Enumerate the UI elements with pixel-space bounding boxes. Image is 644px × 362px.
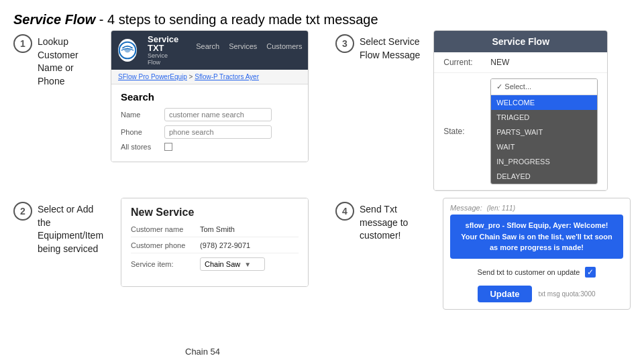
step2-phone-value: (978) 272-9071 [200, 241, 250, 249]
step4-update-row: Update txt msg quota:3000 [443, 283, 630, 309]
step2-custname-label: Customer name [131, 225, 195, 233]
step1-allstores-row: All stores [121, 143, 299, 151]
step3-item-delayed[interactable]: DELAYED [491, 169, 597, 184]
step4-screenshot: Message: (len: 111) sflow_pro - Sflow Eq… [443, 198, 631, 310]
page-title: Service Flow - 4 steps to sending a read… [0, 0, 644, 34]
breadcrumb-tractors[interactable]: Sflow-P Tractors Ayer [195, 73, 259, 80]
step1-nav-links: Search Services Customers lead.sflow-pro… [196, 42, 309, 58]
nav-customers[interactable]: Customers [266, 42, 302, 58]
step1-brand: Service TXT [148, 35, 178, 52]
step-1-screenshot: Service TXT Service Flow Search Services… [111, 30, 309, 162]
step1-name-row: Name [121, 108, 299, 121]
step4-quota: txt msg quota:3000 [539, 290, 596, 298]
step4-msg-label: Message: (len: 111) [443, 198, 630, 215]
step1-body: Search Name Phone All stores [111, 84, 308, 162]
nav-search[interactable]: Search [196, 42, 219, 58]
step-3-circle: 3 [335, 34, 354, 53]
step4-send-row: Send txt to customer on update ✓ [443, 264, 630, 283]
step-3-area: 3 Select Service Flow Message Service Fl… [335, 34, 631, 191]
step1-phone-row: Phone [121, 125, 299, 139]
step-1-circle: 1 [13, 34, 32, 53]
breadcrumb-powerequip[interactable]: SFlow Pro PowerEquip [118, 73, 187, 80]
step-1-label: Lookup Customer Name or Phone [38, 34, 97, 88]
step4-send-checkbox[interactable]: ✓ [585, 267, 596, 278]
step3-item-in-progress[interactable]: IN_PROGRESS [491, 154, 597, 169]
step-2-label: Select or Add the Equipment/Item being s… [38, 202, 107, 255]
title-rest: - 4 steps to sending a ready made txt me… [95, 12, 378, 27]
step2-phone-label: Customer phone [131, 241, 195, 249]
step2-custname-row: Customer name Tom Smith [131, 225, 299, 237]
step1-breadcrumb: SFlow Pro PowerEquip > Sflow-P Tractors … [111, 70, 308, 84]
step3-item-triaged[interactable]: TRIAGED [491, 110, 597, 125]
step4-update-button[interactable]: Update [478, 286, 531, 302]
step1-logo [118, 39, 137, 62]
step2-service-value: Chain Saw [205, 260, 240, 268]
step2-service-label: Service item: [131, 260, 195, 268]
step1-allstores-checkbox[interactable] [164, 143, 172, 151]
step-2-area: 2 Select or Add the Equipment/Item being… [13, 202, 309, 310]
step1-name-label: Name [121, 111, 158, 119]
step3-select-text: ✓ Select... [496, 82, 531, 91]
step4-msg-len: (len: 111) [487, 204, 515, 212]
step3-state-row: State: ✓ Select... WELCOME TRIAGED PARTS… [434, 73, 607, 190]
step4-send-label: Send txt to customer on update [478, 268, 580, 276]
step3-current-row: Current: NEW [434, 52, 607, 73]
step-4-label: Send Txt message to customer! [360, 202, 429, 243]
step2-service-row: Service item: Chain Saw ▼ [131, 257, 299, 274]
step2-chevron-down-icon: ▼ [244, 261, 251, 268]
step-4-circle: 4 [335, 202, 354, 221]
step2-service-select[interactable]: Chain Saw ▼ [200, 257, 265, 271]
chain-text: Chain 54 [185, 347, 220, 357]
step3-current-label: Current: [443, 58, 484, 67]
step3-state-label: State: [443, 127, 484, 136]
step-4-area: 4 Send Txt message to customer! Message:… [335, 202, 631, 310]
step3-item-welcome[interactable]: WELCOME [491, 95, 597, 110]
step1-brand-sub: Service Flow [148, 52, 178, 66]
step1-nav: Service TXT Service Flow Search Services… [111, 31, 308, 70]
step-3-label: Select Service Flow Message [360, 34, 420, 62]
step-2-circle: 2 [13, 202, 32, 221]
step1-search-title: Search [121, 91, 299, 103]
step2-form-title: New Service [131, 206, 299, 219]
step3-current-value: NEW [490, 58, 509, 67]
step1-allstores-label: All stores [121, 143, 158, 151]
step2-body: New Service Customer name Tom Smith Cust… [121, 198, 308, 286]
nav-services[interactable]: Services [229, 42, 257, 58]
step2-screenshot: New Service Customer name Tom Smith Cust… [121, 198, 309, 287]
step-1-area: 1 Lookup Customer Name or Phone [13, 34, 309, 191]
step2-custname-value: Tom Smith [200, 225, 235, 233]
step3-panel-title: Service Flow [434, 31, 607, 52]
step3-item-parts-wait[interactable]: PARTS_WAIT [491, 125, 597, 139]
step3-dropdown-header[interactable]: ✓ Select... [491, 79, 597, 95]
step4-msg-prefix: Message: [450, 204, 482, 212]
step4-msg-body: sflow_pro - Sflow Equip, Ayer: Welcome! … [450, 215, 623, 259]
step3-screenshot: Service Flow Current: NEW State: ✓ Selec… [433, 30, 608, 191]
step1-name-input[interactable] [164, 108, 272, 121]
step3-item-wait[interactable]: WAIT [491, 139, 597, 154]
step3-dropdown[interactable]: ✓ Select... WELCOME TRIAGED PARTS_WAIT W… [490, 78, 598, 184]
step1-phone-input[interactable] [164, 125, 272, 139]
step2-phone-row: Customer phone (978) 272-9071 [131, 241, 299, 253]
step1-phone-label: Phone [121, 128, 158, 136]
title-italic: Service Flow [13, 12, 95, 27]
